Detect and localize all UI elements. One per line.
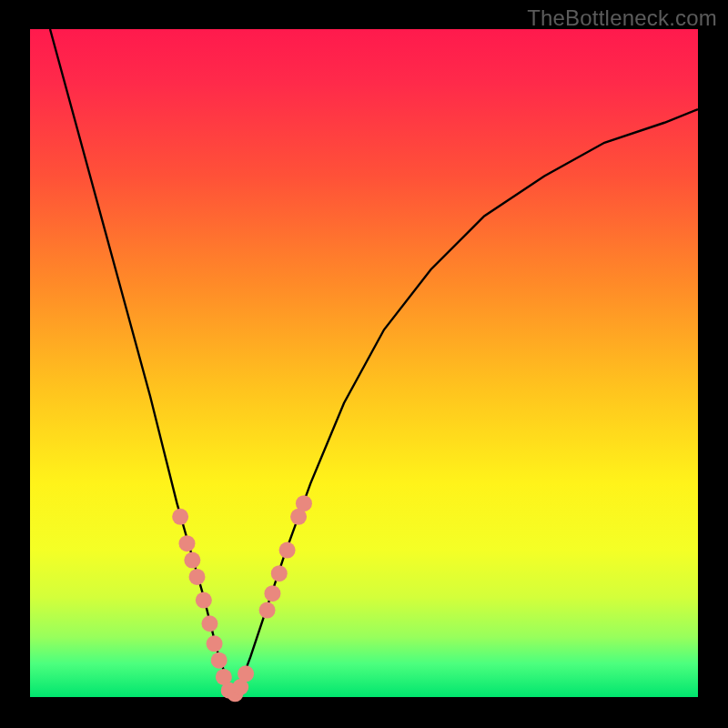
plot-area [30, 29, 698, 697]
highlight-dot [211, 652, 228, 669]
watermark-text: TheBottleneck.com [527, 5, 717, 31]
highlight-dot [238, 665, 254, 682]
highlight-dot [259, 602, 276, 619]
curve-svg [30, 29, 698, 697]
highlight-dot [207, 635, 223, 652]
highlight-dot [296, 495, 312, 511]
chart-frame: TheBottleneck.com [0, 0, 728, 728]
highlight-dot [279, 542, 296, 559]
highlight-dot [271, 565, 288, 581]
bottleneck-curve [50, 29, 698, 693]
highlight-dot [189, 569, 206, 585]
highlight-dot [184, 552, 200, 569]
highlight-dot [196, 592, 212, 609]
highlight-dot [172, 509, 188, 525]
highlight-dot [201, 615, 217, 632]
highlight-dot [178, 535, 195, 551]
highlight-dots [172, 495, 312, 702]
highlight-dot [264, 585, 280, 602]
